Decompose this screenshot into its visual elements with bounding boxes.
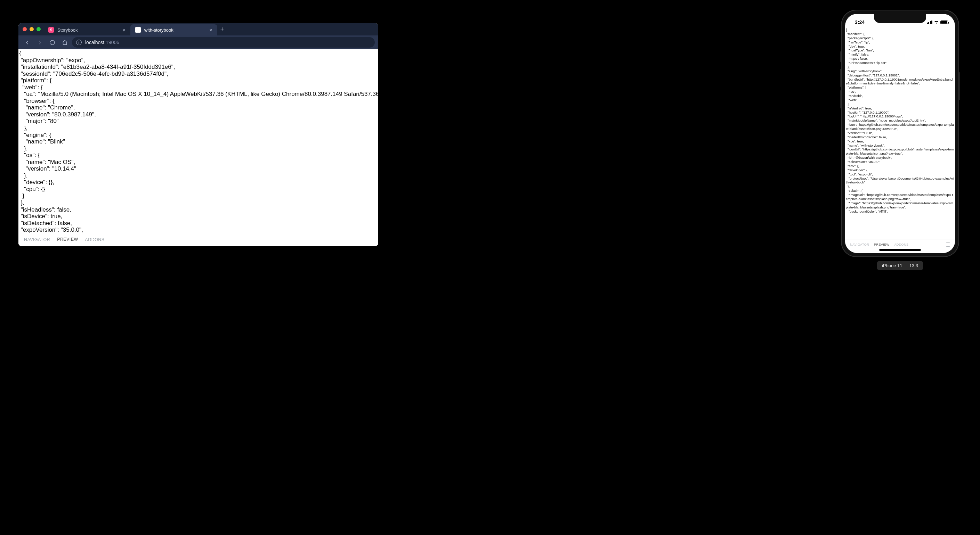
storybook-bottom-bar: NAVIGATOR PREVIEW ADDONS [845,239,955,253]
close-tab-icon[interactable]: × [209,27,212,33]
reload-button[interactable] [47,37,57,48]
phone-screen: 3:24 { "manifest": { "packagerOpts": { "… [845,14,955,253]
tab-with-storybook[interactable]: with-storybook × [130,24,217,35]
tab-title: with-storybook [144,27,173,33]
page-content: { "appOwnership": "expo", "installationI… [18,49,378,233]
fullscreen-icon[interactable] [946,243,950,247]
window-controls [22,27,41,31]
url-text: localhost:19006 [85,40,119,45]
tab-addons[interactable]: ADDONS [894,243,908,246]
simulator-device-label: iPhone 11 — 13.3 [841,261,959,270]
volume-up-button [840,69,841,87]
maximize-window-button[interactable] [37,27,41,31]
cell-signal-icon [927,21,933,24]
close-tab-icon[interactable]: × [123,27,126,33]
toolbar: i localhost:19006 [18,35,378,49]
forward-button[interactable] [34,37,45,48]
minimize-window-button[interactable] [30,27,34,31]
storybook-favicon-icon: S [48,27,54,33]
mute-switch [840,51,841,62]
status-bar: 3:24 [845,14,955,28]
json-output: { "appOwnership": "expo", "installationI… [18,50,378,233]
tab-addons[interactable]: ADDONS [85,237,105,242]
tab-bar: S Storybook × with-storybook × + [18,23,378,35]
new-tab-button[interactable]: + [217,24,227,34]
back-button[interactable] [22,37,32,48]
browser-window: S Storybook × with-storybook × + i [18,23,378,246]
volume-down-button [840,90,841,108]
wifi-icon [934,20,939,25]
storybook-bottom-bar: NAVIGATOR PREVIEW ADDONS [18,233,378,246]
page-favicon-icon [135,27,141,33]
close-window-button[interactable] [22,27,27,31]
phone-page-content: { "manifest": { "packagerOpts": { "lanTy… [845,28,955,239]
tab-storybook[interactable]: S Storybook × [43,24,130,35]
tab-title: Storybook [57,27,78,33]
tab-preview[interactable]: PREVIEW [874,243,889,246]
power-button [959,72,960,100]
site-info-icon[interactable]: i [76,40,82,45]
status-time: 3:24 [855,19,865,25]
tab-navigator[interactable]: NAVIGATOR [850,243,869,246]
json-output: { "manifest": { "packagerOpts": { "lanTy… [845,28,955,213]
address-bar[interactable]: i localhost:19006 [72,37,375,48]
battery-icon [940,21,948,24]
phone-device-frame: 3:24 { "manifest": { "packagerOpts": { "… [841,10,959,257]
tab-navigator[interactable]: NAVIGATOR [24,237,50,242]
tab-preview[interactable]: PREVIEW [57,237,78,243]
home-indicator[interactable] [879,249,921,251]
home-button[interactable] [59,37,70,48]
